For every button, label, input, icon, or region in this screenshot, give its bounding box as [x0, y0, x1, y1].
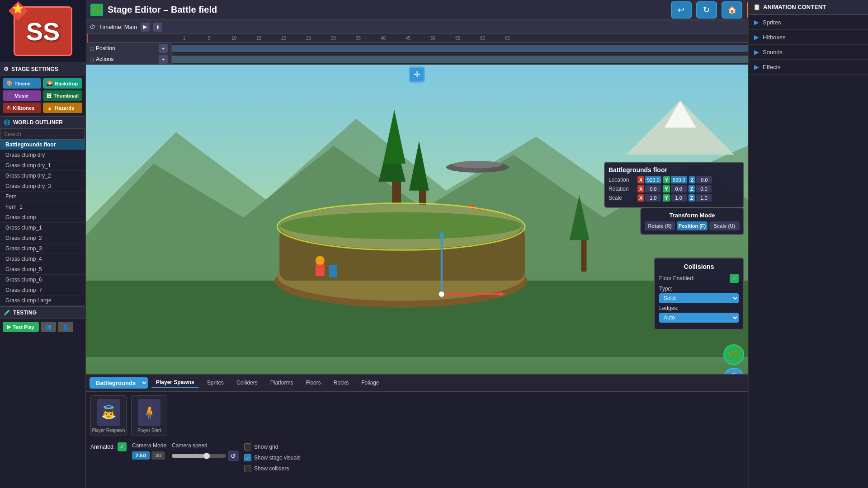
- undo-button[interactable]: ↩: [671, 1, 692, 19]
- rotation-x-axis: X: [637, 185, 644, 192]
- sprites-item[interactable]: ▶ Sprites: [749, 15, 868, 30]
- world-item-grass-clump-7[interactable]: Grass clump_7: [0, 285, 85, 296]
- tab-floors[interactable]: Floors: [301, 378, 325, 388]
- location-x-axis: X: [637, 176, 644, 183]
- test-multiplayer-button[interactable]: 👥: [41, 322, 56, 332]
- scale-z-axis: Z: [689, 194, 695, 202]
- move-gizmo[interactable]: ✛: [409, 66, 425, 83]
- test-solo-button[interactable]: 👤: [58, 322, 73, 332]
- world-item-grass-clump-5[interactable]: Grass clump_5: [0, 264, 85, 275]
- settings-gear-icon: ⚙: [4, 66, 9, 72]
- rotation-y-axis: Y: [663, 185, 670, 192]
- hazards-button[interactable]: 🔥 Hazards: [43, 103, 82, 113]
- camera-2d-button[interactable]: 2.5D: [132, 451, 150, 460]
- theme-button[interactable]: 🎨 Theme: [3, 78, 41, 89]
- tab-sprites[interactable]: Sprites: [203, 378, 228, 388]
- bottom-panel: 👼 Player Respawn 🧍 Player Start Animated…: [86, 391, 748, 488]
- tab-foliage[interactable]: Foliage: [357, 378, 383, 388]
- rotation-x-value[interactable]: 0.0: [645, 185, 661, 192]
- world-item-grass-clump-4[interactable]: Grass clump_4: [0, 254, 85, 264]
- world-item-grass-clump-1[interactable]: Grass clump_1: [0, 223, 85, 233]
- viewport-action-button-2[interactable]: 🌿: [723, 344, 744, 365]
- redo-button[interactable]: ↻: [696, 1, 717, 19]
- world-item-grass-clump-dry[interactable]: Grass clump dry: [0, 150, 85, 160]
- location-y-value[interactable]: 830.0: [671, 176, 687, 183]
- hitboxes-item[interactable]: ▶ Hitboxes: [749, 30, 868, 45]
- ledges-dropdown[interactable]: Auto: [659, 313, 739, 323]
- sounds-item[interactable]: ▶ Sounds: [749, 45, 868, 60]
- scale-y-value[interactable]: 1.0: [671, 194, 687, 202]
- killzones-button[interactable]: ⚠ Killzones: [3, 103, 41, 113]
- rotation-z-value[interactable]: 0.0: [696, 185, 712, 192]
- scale-button[interactable]: Scale (U): [709, 221, 740, 230]
- player-respawn-item[interactable]: 👼 Player Respawn: [90, 395, 127, 436]
- world-item-fern-1[interactable]: Fern_1: [0, 202, 85, 212]
- world-item-grass-clump-2[interactable]: Grass clump_2: [0, 233, 85, 244]
- scale-z-value[interactable]: 1.0: [696, 194, 712, 202]
- rotation-x-group: X 0.0: [637, 185, 661, 192]
- tab-colliders[interactable]: Colliders: [232, 378, 262, 388]
- player-start-item[interactable]: 🧍 Player Start: [131, 395, 167, 436]
- effects-item[interactable]: ▶ Effects: [749, 60, 868, 75]
- timeline-pause-button[interactable]: ⏸: [153, 23, 162, 32]
- sprites-arrow-icon: ▶: [754, 19, 759, 26]
- anim-header-label: ANIMATION CONTENT: [763, 4, 826, 10]
- effects-arrow-icon: ▶: [754, 63, 759, 70]
- floor-enabled-checkbox[interactable]: ✓: [730, 274, 739, 283]
- camera-speed-reset-button[interactable]: ↺: [228, 450, 239, 461]
- rotation-z-axis: Z: [689, 185, 695, 192]
- player-start-label: Player Start: [137, 428, 161, 433]
- backdrop-button[interactable]: 🌄 Backdrop: [43, 78, 82, 89]
- player-respawn-icon: 👼: [97, 399, 120, 426]
- collision-type-dropdown[interactable]: Solid: [659, 293, 739, 303]
- tab-platforms[interactable]: Platforms: [266, 378, 298, 388]
- world-search-input[interactable]: [0, 129, 85, 140]
- thumbnail-button[interactable]: 🖼 Thumbnail: [43, 90, 82, 101]
- world-item-grass-clump-dry-1[interactable]: Grass clump dry_1: [0, 160, 85, 171]
- position-button[interactable]: Position (F): [677, 221, 707, 230]
- actions-track-add[interactable]: +: [159, 55, 168, 64]
- transform-mode-title: Transform Mode: [645, 212, 740, 219]
- tab-player-spawns[interactable]: Player Spawns: [151, 377, 199, 388]
- position-track-add[interactable]: +: [159, 44, 168, 53]
- scale-x-value[interactable]: 1.0: [645, 194, 661, 202]
- tab-rocks[interactable]: Rocks: [329, 378, 353, 388]
- show-colliders-row: Show colliders: [244, 464, 301, 473]
- scale-y-axis: Y: [663, 194, 670, 202]
- show-stage-visuals-checkbox[interactable]: ✓: [244, 454, 251, 461]
- world-item-fern[interactable]: Fern: [0, 192, 85, 202]
- speed-slider[interactable]: [172, 454, 226, 458]
- show-grid-checkbox[interactable]: [244, 443, 251, 450]
- location-y-axis: Y: [663, 176, 670, 183]
- home-button[interactable]: 🏠: [722, 1, 742, 19]
- world-item-grass-clump-6[interactable]: Grass clump_6: [0, 275, 85, 285]
- player-spawn-items: 👼 Player Respawn 🧍 Player Start: [86, 392, 748, 440]
- battlegrounds-dropdown[interactable]: Battlegrounds: [90, 377, 148, 389]
- type-label: Type:: [659, 286, 739, 292]
- bottom-controls: Animated: ✓ Camera Mode 2.5D 3D Camera s…: [86, 440, 748, 476]
- camera-3d-button[interactable]: 3D: [151, 451, 165, 460]
- rotation-z-group: Z 0.0: [689, 185, 712, 192]
- svg-rect-20: [581, 235, 587, 272]
- world-item-grass-clump-dry-2[interactable]: Grass clump dry_2: [0, 171, 85, 181]
- world-item-grass-clump-3[interactable]: Grass clump_3: [0, 244, 85, 254]
- world-item-grass-clump-dry-3[interactable]: Grass clump dry_3: [0, 181, 85, 192]
- show-colliders-checkbox[interactable]: [244, 465, 251, 472]
- world-item-grass-clump-large[interactable]: Grass clump Large: [0, 296, 85, 306]
- music-button[interactable]: 🎵 Music: [3, 90, 41, 101]
- show-options-group: Show grid ✓ Show stage visuals Show coll…: [244, 442, 301, 473]
- animated-checkbox[interactable]: ✓: [118, 442, 127, 451]
- rotate-button[interactable]: Rotate (R): [645, 221, 675, 230]
- timeline-playhead[interactable]: [87, 34, 88, 42]
- world-items-list: Battlegrounds floor Grass clump dry Gras…: [0, 140, 85, 306]
- testing-title: TESTING: [13, 310, 37, 316]
- test-play-button[interactable]: ▶ Test Play: [3, 322, 39, 332]
- world-icon: 🌐: [4, 119, 10, 126]
- world-item-battlegrounds-floor[interactable]: Battlegrounds floor: [0, 140, 85, 150]
- location-x-value[interactable]: 923.0: [645, 176, 661, 183]
- world-item-grass-clump[interactable]: Grass clump: [0, 212, 85, 223]
- rotation-y-value[interactable]: 0.0: [671, 185, 687, 192]
- timeline-play-button[interactable]: ▶: [141, 23, 150, 32]
- location-z-value[interactable]: 0.0: [696, 176, 712, 183]
- show-grid-label: Show grid: [254, 444, 278, 450]
